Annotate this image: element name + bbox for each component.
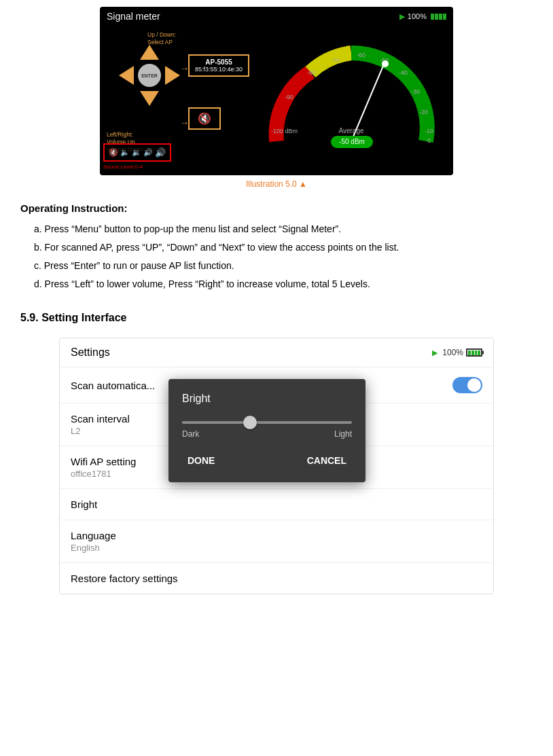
- mute-box: 🔇: [188, 107, 221, 130]
- bright-dialog: Bright Dark Light DONE CANCEL: [168, 379, 365, 482]
- mute-icon: 🔇: [198, 113, 211, 124]
- controller-diagram: Up / Down:Select AP: [107, 26, 249, 168]
- slider-track: [182, 421, 352, 424]
- operating-title: Operating Instruction:: [20, 202, 533, 214]
- bright-label: Bright: [71, 499, 97, 510]
- battery-indicator: ▶ 100%: [432, 348, 482, 357]
- svg-text:-60: -60: [357, 52, 365, 58]
- wifi-ap-label: Wifi AP setting: [71, 456, 136, 467]
- row-language[interactable]: Language English: [60, 520, 493, 563]
- operating-section: Operating Instruction: a. Press “Menu” b…: [20, 202, 533, 291]
- step-c: c. Press “Enter” to run or pause AP list…: [34, 259, 533, 273]
- battery-outline-icon: [466, 348, 482, 357]
- dialog-buttons: DONE CANCEL: [182, 452, 352, 469]
- setting-section-title: 5.9. Setting Interface: [20, 312, 533, 324]
- battery-area: ▶ 100%: [399, 12, 446, 21]
- sound-0: 🔇: [109, 148, 118, 157]
- step-b: b. For scanned AP, press “UP”, “Down” an…: [34, 240, 533, 255]
- signal-meter-title: Signal meter: [107, 11, 160, 22]
- row-restore[interactable]: Restore factory settings: [60, 563, 493, 594]
- sound-1: 🔈: [120, 148, 130, 157]
- caption-text: Illustration 5.0 ▲: [246, 179, 307, 189]
- sound-4: 🔊: [155, 147, 166, 158]
- svg-text:-100 dBm: -100 dBm: [271, 128, 298, 134]
- dpad-left-icon[interactable]: [119, 66, 134, 85]
- ap-box: AP-5055 85:f3:55:10:4e:30: [188, 54, 249, 77]
- dpad: ENTER: [119, 45, 180, 106]
- label-up-down: Up / Down:Select AP: [147, 31, 176, 46]
- page-container: Signal meter ▶ 100%: [0, 0, 553, 622]
- signal-content: Up / Down:Select AP: [100, 26, 453, 175]
- setting-section: 5.9. Setting Interface Settings ▶ 100%: [20, 312, 533, 594]
- enter-button[interactable]: ENTER: [138, 64, 161, 87]
- toggle-knob: [467, 378, 481, 392]
- svg-text:-20: -20: [419, 109, 428, 115]
- language-value: English: [71, 543, 116, 553]
- sound-3: 🔊: [143, 148, 153, 157]
- operating-list: a. Press “Menu” button to pop-up the men…: [20, 222, 533, 291]
- svg-text:0: 0: [427, 137, 431, 144]
- battery-percent: 100%: [442, 348, 463, 357]
- ap-mac: 85:f3:55:10:4e:30: [195, 66, 243, 73]
- svg-text:-30: -30: [411, 88, 420, 95]
- signal-illustration: Signal meter ▶ 100%: [100, 7, 453, 175]
- cancel-button[interactable]: CANCEL: [302, 452, 352, 469]
- done-button[interactable]: DONE: [182, 452, 220, 469]
- gauge-svg: -100 dBm -90 -80 -70 -60 -50 -40 -30 -20…: [256, 26, 446, 162]
- play-icon: ▶: [432, 348, 438, 357]
- dpad-down-icon[interactable]: [140, 91, 159, 106]
- scan-interval-label: Scan interval: [71, 413, 130, 425]
- row-bright[interactable]: Bright: [60, 489, 493, 520]
- slider-fill: [182, 421, 250, 424]
- language-label: Language: [71, 530, 116, 541]
- slider-container[interactable]: Dark Light: [182, 421, 352, 439]
- svg-text:-10: -10: [425, 128, 433, 134]
- dpad-up-icon[interactable]: [140, 45, 159, 60]
- settings-title: Settings: [71, 346, 110, 359]
- slider-light-label: Light: [334, 429, 352, 439]
- signal-section: Signal meter ▶ 100%: [20, 7, 533, 175]
- svg-text:Average: Average: [338, 127, 364, 134]
- sound-bar: 🔇 🔈 🔉 🔊 🔊: [103, 143, 171, 162]
- sound-level-label: Sound Level:0-4: [103, 164, 143, 170]
- step-a: a. Press “Menu” button to pop-up the men…: [34, 222, 533, 236]
- step-d: d. Press “Left” to lower volume, Press “…: [34, 277, 533, 291]
- slider-knob[interactable]: [243, 416, 257, 429]
- scan-interval-value: L2: [71, 426, 130, 436]
- svg-text:-50 dBm: -50 dBm: [339, 138, 365, 145]
- battery-pct: 100%: [408, 12, 427, 20]
- illustration-caption: Illustration 5.0 ▲: [20, 179, 533, 189]
- ap-name: AP-5055: [195, 58, 243, 66]
- slider-dark-label: Dark: [182, 429, 199, 439]
- scan-auto-label: Scan automatica...: [71, 380, 155, 391]
- sound-2: 🔉: [132, 148, 141, 157]
- dpad-right-icon[interactable]: [165, 66, 180, 85]
- gauge-container: -100 dBm -90 -80 -70 -60 -50 -40 -30 -20…: [256, 26, 446, 168]
- svg-text:-70: -70: [331, 57, 340, 64]
- battery-bars-icon: [431, 14, 446, 20]
- enter-label: ENTER: [141, 73, 158, 78]
- settings-screen: Settings ▶ 100% Scan automatica...: [59, 338, 494, 594]
- svg-text:-80: -80: [307, 69, 316, 76]
- svg-point-14: [382, 60, 389, 67]
- wifi-ap-value: office1781: [71, 469, 136, 479]
- settings-header: Settings ▶ 100%: [60, 338, 493, 367]
- svg-text:-40: -40: [399, 69, 408, 76]
- scan-auto-toggle[interactable]: [452, 377, 482, 393]
- play-triangle-icon: ▶: [399, 12, 405, 21]
- restore-label: Restore factory settings: [71, 573, 178, 584]
- slider-labels: Dark Light: [182, 429, 352, 439]
- svg-text:-90: -90: [285, 94, 293, 101]
- dialog-title: Bright: [182, 393, 352, 405]
